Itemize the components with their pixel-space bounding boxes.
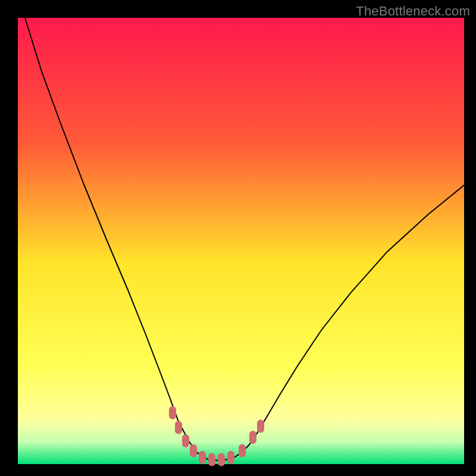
plot-background xyxy=(18,18,464,464)
curve-marker xyxy=(175,421,182,434)
curve-marker xyxy=(227,451,234,464)
curve-marker xyxy=(190,444,197,458)
curve-marker xyxy=(208,453,215,466)
watermark-text: TheBottleneck.com xyxy=(356,4,470,19)
curve-marker xyxy=(182,434,189,447)
chart-container: TheBottleneck.com xyxy=(0,0,476,476)
curve-marker xyxy=(218,453,225,466)
curve-marker xyxy=(169,406,176,419)
curve-marker xyxy=(257,419,264,433)
curve-marker xyxy=(199,451,206,464)
curve-marker xyxy=(249,431,256,444)
bottleneck-plot xyxy=(0,0,476,476)
curve-marker xyxy=(239,444,246,458)
